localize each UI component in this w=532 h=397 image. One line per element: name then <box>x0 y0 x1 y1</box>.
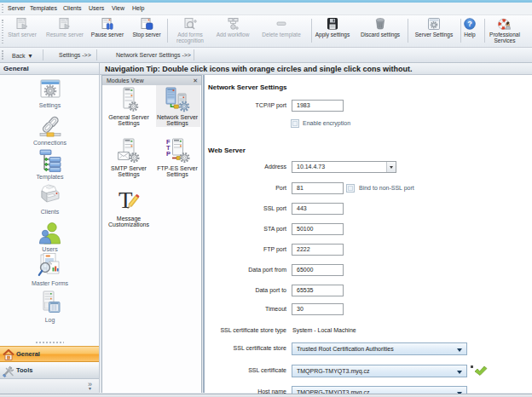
svg-text:?: ? <box>467 20 472 28</box>
svg-text:T: T <box>119 188 133 213</box>
svg-text:P: P <box>166 150 171 158</box>
